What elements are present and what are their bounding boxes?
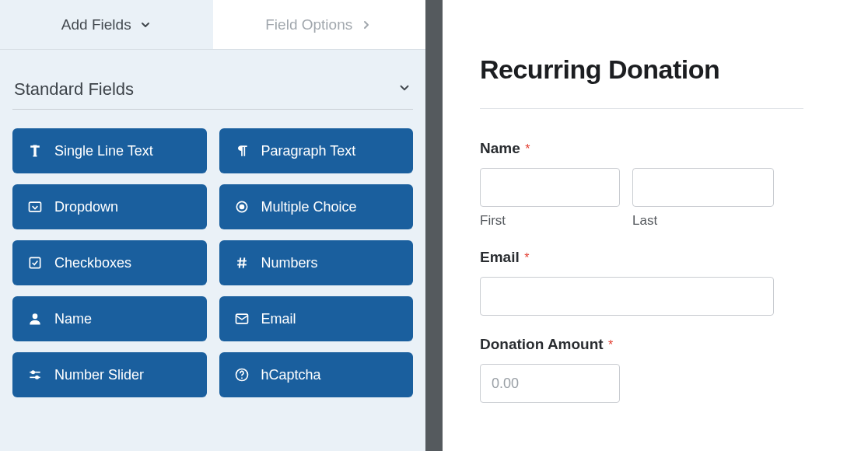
radio-icon [233,198,250,215]
form-field-donation-amount: Donation Amount * [480,336,831,403]
field-label: Donation Amount [480,336,604,352]
svg-point-14 [32,371,34,373]
tab-field-options[interactable]: Field Options [213,0,426,49]
field-multiple-choice[interactable]: Multiple Choice [219,184,414,229]
sublabel-first: First [480,213,620,229]
fields-panel: Add Fields Field Options Standard Fields [0,0,425,451]
section-header[interactable]: Standard Fields [0,50,425,109]
field-paragraph-text[interactable]: Paragraph Text [219,128,414,173]
field-label: Number Slider [54,367,144,383]
svg-point-11 [33,313,38,319]
required-marker: * [524,251,529,264]
email-input[interactable] [480,277,774,316]
panel-divider [425,0,443,451]
svg-rect-6 [30,257,40,267]
envelope-icon [233,310,250,327]
field-email[interactable]: Email [219,296,414,341]
chevron-down-icon [139,19,152,31]
form-title: Recurring Donation [480,54,831,85]
field-numbers[interactable]: Numbers [219,240,414,285]
field-grid: Single Line Text Paragraph Text Dropdown… [0,128,425,410]
svg-point-18 [241,377,243,379]
svg-point-5 [240,205,243,209]
checkbox-icon [26,254,44,271]
field-label: hCaptcha [261,367,321,383]
field-checkboxes[interactable]: Checkboxes [12,240,207,285]
first-name-input[interactable] [480,168,620,207]
donation-amount-input[interactable] [480,364,620,403]
svg-rect-0 [34,148,36,156]
section-title: Standard Fields [14,79,134,100]
hash-icon [233,254,250,271]
paragraph-icon [233,142,250,159]
required-marker: * [525,142,530,156]
field-label: Checkboxes [54,255,131,271]
tab-add-fields[interactable]: Add Fields [0,0,213,49]
field-label: Email [480,249,520,265]
form-preview: Recurring Donation Name * First Last Ema… [443,0,868,451]
svg-line-9 [239,257,240,267]
question-icon [233,366,250,383]
tab-label: Field Options [265,16,352,33]
text-cursor-icon [26,142,44,159]
field-label: Numbers [261,255,318,271]
field-number-slider[interactable]: Number Slider [12,352,207,397]
panel-tabs: Add Fields Field Options [0,0,425,50]
chevron-down-icon [397,81,411,98]
field-label: Single Line Text [54,143,153,159]
field-hcaptcha[interactable]: hCaptcha [219,352,414,397]
last-name-input[interactable] [632,168,774,207]
svg-line-10 [243,257,244,267]
divider [480,108,803,109]
divider [12,109,413,110]
svg-rect-3 [30,202,41,212]
field-label: Name [54,311,92,327]
person-icon [26,310,44,327]
form-field-name: Name * First Last [480,140,831,229]
form-field-email: Email * [480,249,831,316]
svg-rect-1 [33,156,37,157]
sublabel-last: Last [632,213,774,229]
field-label: Email [261,311,296,327]
field-dropdown[interactable]: Dropdown [12,184,207,229]
svg-rect-2 [33,145,37,147]
field-label: Multiple Choice [261,199,357,215]
dropdown-icon [26,198,44,215]
field-label: Paragraph Text [261,143,356,159]
tab-label: Add Fields [61,16,131,33]
field-single-line-text[interactable]: Single Line Text [12,128,207,173]
chevron-right-icon [360,19,373,31]
sliders-icon [26,366,44,383]
field-label: Name [480,140,520,156]
svg-point-16 [36,376,38,379]
field-name[interactable]: Name [12,296,207,341]
required-marker: * [608,338,613,351]
field-label: Dropdown [54,199,118,215]
